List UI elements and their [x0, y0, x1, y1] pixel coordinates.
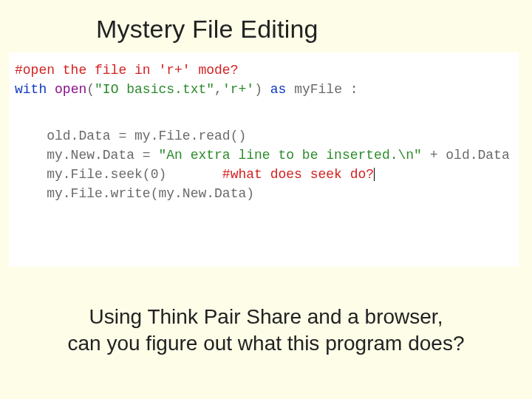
- code-line-comment: #open the file in 'r+' mode?: [15, 61, 513, 79]
- comma: ,: [214, 82, 222, 97]
- sp2: [262, 82, 270, 97]
- code-line-with: with open("IO basics.txt",'r+') as myFil…: [15, 81, 513, 98]
- var-myfile: myFile :: [286, 82, 358, 97]
- blank-line: [15, 100, 513, 114]
- blank-line: [15, 114, 513, 127]
- str-extra: "An extra line to be inserted.\n": [158, 148, 421, 163]
- kw-as: as: [270, 82, 287, 97]
- str-mode: 'r+': [222, 82, 254, 97]
- code-line-read: old.Data = my.File.read(): [15, 127, 513, 145]
- slide-title: Mystery File Editing: [0, 0, 532, 44]
- code-block: #open the file in 'r+' mode? with open("…: [9, 52, 519, 267]
- str-filename: "IO basics.txt": [95, 82, 214, 97]
- fn-open: open: [55, 82, 86, 97]
- footer-line-1: Using Think Pair Share and a browser,: [15, 304, 517, 330]
- paren-close: ): [254, 82, 262, 97]
- code-line-newdata: my.New.Data = "An extra line to be inser…: [15, 146, 513, 164]
- code-line-write: my.File.write(my.New.Data): [15, 185, 513, 202]
- footer-text: Using Think Pair Share and a browser, ca…: [0, 304, 532, 358]
- seek-call: my.File.seek(0): [15, 167, 222, 182]
- comment-text: #open the file in 'r+' mode?: [15, 63, 238, 78]
- footer-line-2: can you figure out what this program doe…: [15, 330, 517, 357]
- assign-left: my.New.Data =: [15, 148, 158, 163]
- concat-right: + old.Data: [422, 148, 510, 163]
- sp: [47, 82, 55, 97]
- paren-open: (: [86, 82, 95, 97]
- text-cursor: [374, 168, 375, 181]
- code-line-seek: my.File.seek(0) #what does seek do?: [15, 166, 513, 183]
- comment-seek: #what does seek do?: [222, 167, 374, 182]
- kw-with: with: [15, 82, 47, 97]
